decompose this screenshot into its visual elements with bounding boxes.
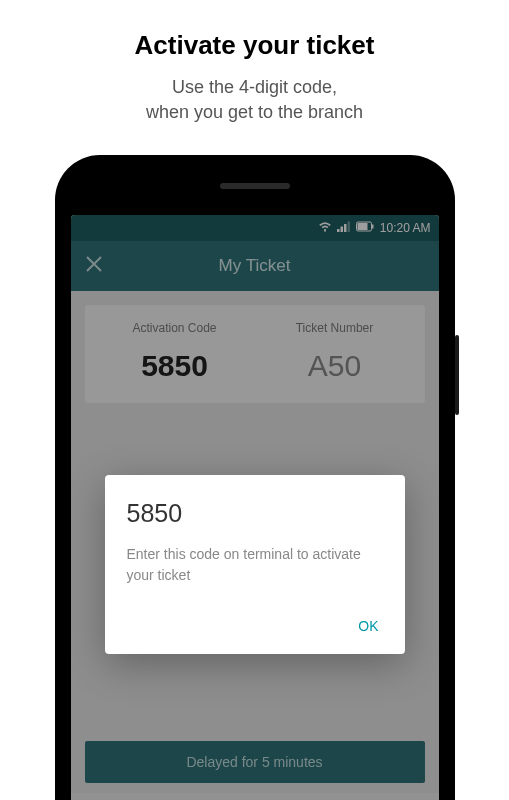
phone-frame: 10:20 AM My Ticket Activation Code 5850 …	[55, 155, 455, 800]
phone-side-button	[455, 335, 459, 415]
dialog-code: 5850	[127, 499, 383, 528]
page-header: Activate your ticket Use the 4-digit cod…	[0, 0, 509, 145]
subtitle-line1: Use the 4-digit code,	[172, 77, 337, 97]
dialog-message: Enter this code on terminal to activate …	[127, 544, 383, 586]
subtitle-line2: when you get to the branch	[146, 102, 363, 122]
page-title: Activate your ticket	[20, 30, 489, 61]
phone-screen: 10:20 AM My Ticket Activation Code 5850 …	[71, 215, 439, 800]
ok-button[interactable]: OK	[127, 612, 383, 640]
phone-speaker	[220, 183, 290, 189]
activation-dialog: 5850 Enter this code on terminal to acti…	[105, 475, 405, 654]
page-subtitle: Use the 4-digit code, when you get to th…	[20, 75, 489, 125]
